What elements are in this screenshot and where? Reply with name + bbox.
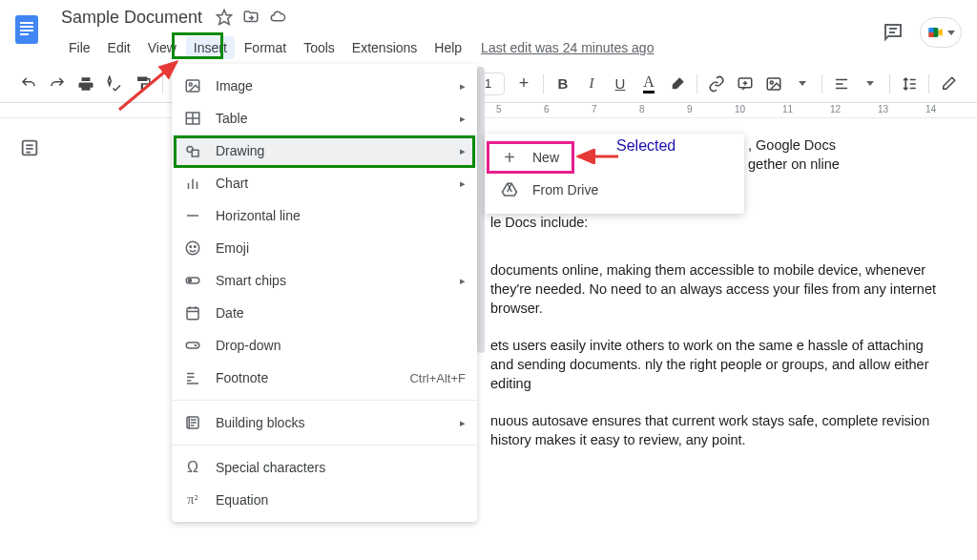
menu-item-dropdown[interactable]: Drop-down xyxy=(172,329,477,362)
submenu-item-from-drive[interactable]: From Drive xyxy=(485,174,744,206)
svg-rect-9 xyxy=(929,28,934,32)
emoji-icon xyxy=(183,239,202,258)
underline-button[interactable]: U xyxy=(607,71,634,97)
editing-mode-button[interactable] xyxy=(935,71,962,97)
svg-rect-4 xyxy=(20,33,29,35)
dropdown-icon xyxy=(183,336,202,355)
last-edit-link[interactable]: Last edit was 24 minutes ago xyxy=(481,40,654,55)
menu-item-smart-chips[interactable]: Smart chips ▸ xyxy=(172,264,477,297)
svg-point-27 xyxy=(189,83,192,86)
spellcheck-button[interactable] xyxy=(101,71,128,97)
table-icon xyxy=(183,109,202,128)
undo-button[interactable] xyxy=(15,71,42,97)
menu-item-image[interactable]: Image ▸ xyxy=(172,70,477,102)
menu-item-equation[interactable]: π² Equation xyxy=(172,484,477,516)
smart-chips-icon xyxy=(183,271,202,290)
svg-rect-10 xyxy=(929,32,934,37)
svg-rect-42 xyxy=(187,308,198,320)
menu-item-drawing[interactable]: Drawing ▸ xyxy=(172,135,477,167)
svg-marker-5 xyxy=(218,10,232,25)
line-spacing-button[interactable] xyxy=(896,71,923,97)
menu-item-special-characters[interactable]: Ω Special characters xyxy=(172,451,477,484)
footnote-icon xyxy=(183,368,202,387)
menu-extensions[interactable]: Extensions xyxy=(344,36,425,59)
doc-paragraph: ets users easily invite others to work o… xyxy=(490,336,948,394)
svg-rect-3 xyxy=(20,30,33,31)
building-blocks-icon xyxy=(183,413,202,432)
submenu-item-new[interactable]: + New xyxy=(485,141,744,174)
more-toolbar-2[interactable] xyxy=(857,71,883,97)
bold-button[interactable]: B xyxy=(550,71,576,97)
svg-point-38 xyxy=(190,246,192,248)
move-icon[interactable] xyxy=(242,9,260,26)
meet-button[interactable] xyxy=(920,17,962,48)
menu-format[interactable]: Format xyxy=(237,36,294,59)
doc-paragraph: documents online, making them accessible… xyxy=(490,260,939,319)
drawing-submenu: + New From Drive xyxy=(485,134,744,214)
title-row: Sample Document xyxy=(0,0,977,34)
ruler[interactable]: 5 6 7 8 9 10 11 12 13 14 xyxy=(0,103,977,118)
equation-icon: π² xyxy=(183,490,202,509)
menu-insert[interactable]: Insert xyxy=(186,36,235,59)
menu-tools[interactable]: Tools xyxy=(296,36,343,59)
chart-icon xyxy=(183,174,202,193)
font-size-increase[interactable]: + xyxy=(510,71,537,97)
image-icon xyxy=(183,76,202,95)
insert-link-button[interactable] xyxy=(703,71,730,97)
insert-dropdown-menu: Image ▸ Table ▸ Drawing ▸ Chart ▸ Horizo… xyxy=(172,64,477,522)
highlight-button[interactable] xyxy=(664,71,691,97)
svg-rect-46 xyxy=(186,342,199,348)
menu-scrollbar[interactable] xyxy=(477,67,485,553)
chevron-right-icon: ▸ xyxy=(460,80,466,93)
chevron-right-icon: ▸ xyxy=(460,145,466,157)
menu-item-horizontal-line[interactable]: Horizontal line xyxy=(172,199,477,232)
italic-button[interactable]: I xyxy=(578,71,605,97)
svg-point-41 xyxy=(189,280,192,282)
redo-button[interactable] xyxy=(44,71,71,97)
svg-rect-2 xyxy=(20,26,33,28)
document-title[interactable]: Sample Document xyxy=(61,8,202,28)
menu-view[interactable]: View xyxy=(140,36,184,59)
svg-point-39 xyxy=(195,246,197,248)
menu-item-table[interactable]: Table ▸ xyxy=(172,102,477,135)
comment-history-icon[interactable] xyxy=(882,21,904,44)
toolbar: 11 + B I U A xyxy=(0,65,977,103)
menu-bar: File Edit View Insert Format Tools Exten… xyxy=(0,34,977,61)
chevron-right-icon: ▸ xyxy=(460,275,466,287)
chevron-right-icon: ▸ xyxy=(460,177,466,190)
star-icon[interactable] xyxy=(216,9,233,26)
text-color-button[interactable]: A xyxy=(635,71,662,97)
menu-item-building-blocks[interactable]: Building blocks ▸ xyxy=(172,406,477,439)
menu-item-emoji[interactable]: Emoji xyxy=(172,232,477,264)
menu-edit[interactable]: Edit xyxy=(100,36,138,59)
menu-help[interactable]: Help xyxy=(426,36,469,59)
more-toolbar[interactable] xyxy=(789,71,816,97)
menu-item-date[interactable]: Date xyxy=(172,297,477,329)
print-button[interactable] xyxy=(73,71,99,97)
align-button[interactable] xyxy=(828,71,855,97)
doc-paragraph: , Google Docs gether on nline xyxy=(748,135,853,175)
svg-point-15 xyxy=(770,81,773,84)
calendar-icon xyxy=(183,303,202,322)
outline-icon[interactable] xyxy=(19,137,42,160)
docs-logo[interactable] xyxy=(8,10,46,48)
doc-paragraph: nuous autosave ensures that current work… xyxy=(490,411,939,450)
chevron-right-icon: ▸ xyxy=(460,417,466,429)
drive-icon xyxy=(500,180,519,199)
doc-paragraph: le Docs include: xyxy=(490,213,853,232)
drawing-icon xyxy=(183,141,202,160)
omega-icon: Ω xyxy=(183,458,202,477)
menu-item-chart[interactable]: Chart ▸ xyxy=(172,167,477,199)
insert-image-button[interactable] xyxy=(760,71,787,97)
paint-format-button[interactable] xyxy=(130,71,156,97)
menu-item-footnote[interactable]: Footnote Ctrl+Alt+F xyxy=(172,362,477,394)
add-comment-button[interactable] xyxy=(732,71,759,97)
menu-file[interactable]: File xyxy=(61,36,98,59)
cloud-status-icon[interactable] xyxy=(269,9,286,26)
svg-rect-1 xyxy=(20,22,33,24)
horizontal-line-icon xyxy=(183,206,202,225)
plus-icon: + xyxy=(500,148,519,167)
svg-point-37 xyxy=(186,241,199,255)
chevron-right-icon: ▸ xyxy=(460,113,466,125)
